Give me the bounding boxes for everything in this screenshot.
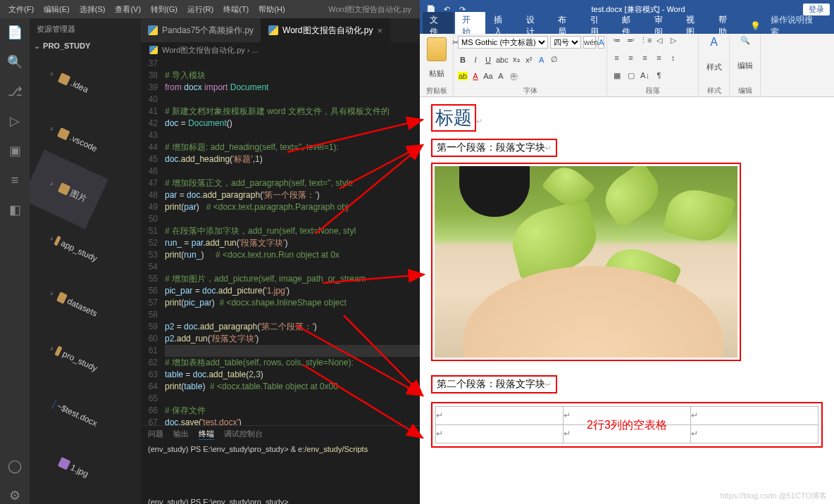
folder-icon: [58, 182, 71, 196]
align-left-icon[interactable]: ≡: [611, 53, 622, 62]
cut-icon[interactable]: ✂: [452, 38, 459, 47]
paste-button[interactable]: 粘贴: [429, 68, 444, 79]
char-border-icon[interactable]: A: [598, 36, 604, 49]
ribbon-tabs: 文件 开始 插入 设计 布局 引用 邮件 审阅 视图 帮助 💡 操作说明搜索: [420, 18, 834, 34]
decrease-indent-icon[interactable]: ◁: [654, 36, 664, 45]
doc-table-box: ↵↵↵ ↵↵↵ 2行3列的空表格: [431, 402, 823, 448]
change-case-icon[interactable]: Aa: [483, 72, 493, 80]
font-color-icon[interactable]: A: [471, 72, 480, 80]
editor-area: Pandas75个高频操作.py Word图文报告自动化.py× Word图文报…: [141, 18, 420, 504]
numbering-icon[interactable]: ≕: [626, 36, 636, 45]
document-area[interactable]: 标题↵ 第一个段落：段落文字块↵ 第二个段落：段落文字块↵ ↵↵↵ ↵↵↵ 2行…: [420, 97, 834, 504]
menu-view[interactable]: 查看(V): [111, 2, 145, 17]
panel-tab-output[interactable]: 输出: [173, 429, 189, 440]
doc-image[interactable]: [435, 166, 737, 358]
panel-tab-problems[interactable]: 问题: [148, 429, 163, 440]
menu-help[interactable]: 帮助(H): [254, 2, 289, 17]
font-group: MS Gothic (中文标题) 四号 wén A B I U abc x₂ x…: [454, 34, 607, 96]
shading-icon[interactable]: ▦: [611, 71, 622, 80]
styles-group: A 样式 样式: [699, 34, 730, 96]
folder-icon: [58, 73, 71, 86]
folder-icon: [57, 127, 70, 140]
group-label-styles: 样式: [707, 86, 721, 96]
menu-edit[interactable]: 编辑(E): [39, 2, 74, 17]
editing-group: 🔍 编辑 编辑: [730, 34, 761, 96]
menu-select[interactable]: 选择(S): [75, 2, 110, 17]
font-size-select[interactable]: 四号: [550, 36, 581, 49]
terminal-output[interactable]: (env_study) PS E:\env_study\pro_study> &…: [141, 443, 420, 504]
explorer-title: 资源管理器: [30, 18, 141, 40]
bottom-panel: 问题 输出 终端 调试控制台 (env_study) PS E:\env_stu…: [141, 425, 420, 504]
doc-paragraph-1[interactable]: 第一个段落：段落文字块↵: [431, 139, 557, 157]
tab-word-report[interactable]: Word图文报告自动化.py×: [261, 18, 390, 42]
clear-format-icon[interactable]: ∅: [549, 55, 559, 64]
doc-paragraph-2[interactable]: 第二个段落：段落文字块↵: [431, 375, 557, 393]
python-icon: [148, 25, 158, 35]
table-row[interactable]: ↵↵↵: [436, 407, 819, 425]
extensions-icon[interactable]: ▣: [6, 142, 23, 159]
highlight-icon[interactable]: ab: [458, 72, 468, 80]
paste-icon[interactable]: ✂: [427, 37, 447, 61]
menu-terminal[interactable]: 终端(T): [219, 2, 253, 17]
table-row[interactable]: ↵↵↵: [436, 425, 819, 443]
plant-pot: [459, 166, 530, 217]
find-icon[interactable]: 🔍: [740, 36, 750, 45]
group-label-clipboard: 剪贴板: [426, 86, 447, 96]
superscript-button[interactable]: x²: [524, 56, 534, 64]
code-content[interactable]: # 导入模块from docx import Document # 新建文档对象…: [165, 58, 420, 425]
panel-tab-debug[interactable]: 调试控制台: [224, 429, 263, 440]
bold-button[interactable]: B: [458, 56, 468, 64]
settings-icon[interactable]: ⚙: [6, 487, 23, 504]
activity-bar: 📄 🔍 ⎇ ▷ ▣ ≡ ◧ ◯ ⚙: [0, 18, 30, 504]
pinyin-guide-icon[interactable]: wén: [583, 36, 596, 49]
account-icon[interactable]: ◯: [6, 458, 23, 474]
code-editor[interactable]: 37 38 39 40 41 42 43 44 45 46 47 48 49 5…: [141, 58, 420, 425]
remote-icon[interactable]: ◧: [6, 201, 23, 218]
show-marks-icon[interactable]: ¶: [654, 71, 664, 80]
strike-button[interactable]: abc: [496, 56, 509, 64]
word-window: 📄 ↶ ↷ test.docx [兼容模式] - Word 登录 文件 开始 插…: [420, 0, 834, 504]
python-icon: [268, 25, 278, 35]
paragraph-group: ≔ ≕ ⋮≡ ◁ ▷ ≡ ≡ ≡ ≡ ↕ ▦ ▢ A↓ ¶ 段落: [607, 34, 699, 96]
text-effects-icon[interactable]: A: [537, 56, 547, 64]
multilevel-icon[interactable]: ⋮≡: [640, 36, 650, 45]
explorer-icon[interactable]: 📄: [6, 24, 23, 41]
bullets-icon[interactable]: ≔: [611, 36, 622, 45]
enclose-icon[interactable]: ㊥: [509, 71, 518, 82]
align-center-icon[interactable]: ≡: [626, 53, 636, 62]
database-icon[interactable]: ≡: [6, 172, 23, 189]
explorer-sidebar: 资源管理器 ⌄ PRO_STUDY ›.idea›.vscode›图片›app_…: [30, 18, 141, 504]
doc-heading[interactable]: 标题: [431, 104, 476, 132]
editing-button[interactable]: 编辑: [737, 61, 753, 71]
justify-icon[interactable]: ≡: [654, 53, 664, 62]
underline-button[interactable]: U: [483, 56, 493, 64]
menu-run[interactable]: 运行(R): [183, 2, 218, 17]
increase-indent-icon[interactable]: ▷: [668, 36, 678, 45]
vscode-menubar: 文件(F) 编辑(E) 选择(S) 查看(V) 转到(G) 运行(R) 终端(T…: [0, 0, 420, 18]
line-spacing-icon[interactable]: ↕: [668, 53, 678, 62]
debug-icon[interactable]: ▷: [6, 113, 23, 130]
styles-button[interactable]: 样式: [707, 62, 722, 73]
borders-icon[interactable]: ▢: [626, 71, 636, 80]
menu-go[interactable]: 转到(G): [147, 2, 182, 17]
doc-table[interactable]: ↵↵↵ ↵↵↵: [435, 406, 819, 443]
grow-font-icon[interactable]: A: [496, 72, 506, 80]
styles-icon[interactable]: A: [710, 36, 718, 49]
close-icon[interactable]: ×: [378, 25, 383, 36]
img-icon: [58, 457, 71, 470]
panel-tab-terminal[interactable]: 终端: [199, 429, 214, 440]
scm-icon[interactable]: ⎇: [6, 83, 23, 100]
search-icon[interactable]: 🔍: [6, 53, 23, 70]
italic-button[interactable]: I: [471, 56, 480, 64]
tab-pandas[interactable]: Pandas75个高频操作.py: [141, 18, 261, 42]
workspace-root[interactable]: ⌄ PRO_STUDY: [30, 40, 141, 52]
sort-icon[interactable]: A↓: [640, 71, 650, 80]
align-right-icon[interactable]: ≡: [640, 53, 650, 62]
menu-file[interactable]: 文件(F): [4, 2, 38, 17]
font-name-select[interactable]: MS Gothic (中文标题): [458, 36, 548, 49]
python-icon: [149, 46, 158, 54]
subscript-button[interactable]: x₂: [511, 55, 521, 64]
breadcrumb[interactable]: Word图文报告自动化.py › ...: [141, 42, 420, 58]
panel-tabs: 问题 输出 终端 调试控制台: [141, 426, 420, 443]
leaf-icon: [596, 166, 667, 229]
